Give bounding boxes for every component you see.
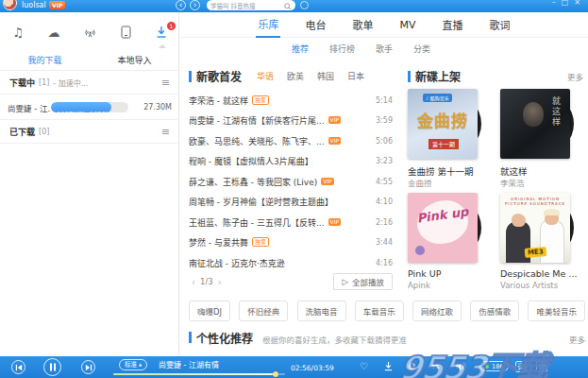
section-accent-bar [408,71,411,82]
tab-local-import[interactable]: 本地导入 [90,50,179,70]
album-card[interactable]: 就这样 就这样 李荣浩 [500,89,587,159]
cloud-icon[interactable]: ☁ [46,26,61,41]
page-next-icon[interactable]: › [215,277,225,287]
cover-art [415,246,425,255]
song-duration: 2:16 [376,218,393,227]
progress-handle[interactable] [273,371,278,377]
hamburger-icon[interactable]: ≡ [161,77,170,89]
albums-more-link[interactable]: 更多 [567,71,583,82]
radio-icon[interactable] [82,26,97,41]
song-row[interactable]: 尚雯婕 - 江湖有情【新侠客行片尾...VIP3:59 [189,111,393,129]
subtab-artists[interactable]: 歌手 [376,43,393,55]
song-title: 梦然 - 与爱共舞 [189,236,248,249]
album-artist[interactable]: 金曲捞 [408,177,495,188]
minimize-icon[interactable]: – [552,0,562,7]
forward-button[interactable]: › [190,0,200,10]
album-cover[interactable]: Pink up [408,193,478,263]
genre-chinese[interactable]: 华语 [257,70,274,82]
music-library-icon[interactable]: ♫ [10,26,25,41]
cover-art [523,102,544,127]
album-card[interactable]: ♪ 酷狗音乐 金曲捞 第十一期 金曲捞 第十一期 金曲捞 [408,89,495,159]
genre-korean[interactable]: 韩国 [317,70,334,82]
page-prev-icon[interactable]: ‹ [189,277,198,287]
album-cover[interactable]: ♪ 酷狗音乐 金曲捞 第十一期 [408,89,478,159]
new-albums-title: 新碟上架 [415,68,461,84]
tag-classics[interactable]: 怀旧经典 [239,301,288,321]
tag-internet-hits[interactable]: 网络红歌 [412,301,462,321]
genre-japanese[interactable]: 日本 [347,70,364,82]
search-input[interactable]: 学猫叫 抖音热搜 [207,0,295,10]
device-icon[interactable] [118,26,133,41]
download-item-row[interactable]: 尚雯婕 - 江... 1967K/S(+1056) 27.30M [0,95,179,120]
section-accent-bar [189,332,192,343]
download-manager-icon[interactable]: 1 [154,26,169,41]
nav-tab-music-library[interactable]: 乐库 [256,11,280,38]
song-row[interactable]: 薛之谦、王栎鑫 - 等我回家 (Live)VIP4:55 [189,172,393,191]
tag-row: 嗨爆DJ 怀旧经典 洗脑电音 车载音乐 网络红歌 伤感情歌 唯美轻音乐 [189,301,585,321]
song-title: 尚雯婕 - 江湖有情【新侠客行片尾... [189,114,325,127]
avatar[interactable] [3,0,17,10]
play-all-button[interactable]: ▷全部播放 [333,273,393,290]
back-button[interactable]: ‹ [176,0,186,10]
album-artist[interactable]: Apink [408,281,495,290]
download-song-icon[interactable] [383,361,394,371]
song-title: 南征北战 - 迈克尔·杰克逊 [189,257,285,269]
quality-selector[interactable]: 标准 ▲ [119,359,147,370]
vip-badge: VIP [328,137,342,145]
album-name[interactable]: Pink UP [408,268,495,279]
cover-title-text: 就这样 [550,96,563,128]
album-artist[interactable]: 李荣浩 [500,177,587,188]
cover-art [512,214,526,227]
downloading-status: - 加速中... [53,77,88,88]
hamburger-icon[interactable]: ≡ [161,126,170,138]
nav-tab-playlists[interactable]: 歌单 [350,12,375,37]
nav-tab-lyrics[interactable]: 歌词 [488,12,512,37]
song-row[interactable]: 周笔畅 - 岁月神偷【逆时营救主题曲】4:10 [189,192,393,211]
subtab-charts[interactable]: 排行榜 [329,43,355,55]
maximize-icon[interactable]: □ [562,0,575,7]
nav-tab-mv[interactable]: MV [397,14,417,36]
song-row[interactable]: 南征北战 - 迈克尔·杰克逊4:16 [189,253,393,272]
song-title: 薛之谦、王栎鑫 - 等我回家 (Live) [189,176,317,188]
album-cover[interactable]: ORIGINAL MOTION PICTURE SOUNDTRACK ME3 [500,193,570,263]
subtab-categories[interactable]: 分类 [413,43,430,55]
nav-tab-live[interactable]: 直播 [441,12,465,37]
download-speed: 1967K/S(+1056) [51,111,108,112]
next-button[interactable] [81,360,95,374]
album-name[interactable]: Despicable Me ... [500,268,587,279]
album-card[interactable]: Pink up Pink UP Apink [408,193,495,263]
downloaded-section-header[interactable]: 已下载 [0] ≡ [0,121,179,144]
vip-badge[interactable]: VIP [49,1,65,9]
song-row[interactable]: 欧豪、马思纯、关晓彤、陈飞宇、...VIP5:06 [189,131,393,150]
personalized-more-link[interactable]: 更多 [569,334,585,345]
tag-light-music[interactable]: 唯美轻音乐 [528,301,585,321]
downloading-section-header[interactable]: 下载中 [1] - 加速中... ≡ [0,72,179,94]
subtab-recommend[interactable]: 推荐 [292,43,309,55]
tag-car-music[interactable]: 车载音乐 [355,301,404,321]
album-name[interactable]: 金曲捞 第十一期 [408,164,495,178]
close-icon[interactable]: ✕ [574,0,586,7]
song-title: 李荣浩 - 就这样 [189,94,248,107]
pause-button[interactable] [43,358,61,376]
album-name[interactable]: 就这样 [500,164,587,178]
nav-tab-radio[interactable]: 电台 [303,12,328,37]
album-card[interactable]: ORIGINAL MOTION PICTURE SOUNDTRACK ME3 D… [500,193,587,263]
favorite-heart-icon[interactable]: ♡ [360,362,368,371]
song-row[interactable]: 程响 - 魔镜【虚拟情人3片尾曲】3:23 [189,151,393,170]
song-row[interactable]: 梦然 - 与爱共舞独家3:44 [189,232,393,251]
genre-western[interactable]: 欧美 [287,70,304,82]
song-row[interactable]: 李荣浩 - 就这样独家5:14 [189,91,393,110]
song-row[interactable]: 王祖蓝、陈子由 - 三五得几【反转...VIP2:16 [189,213,393,232]
song-duration: 4:10 [376,198,393,206]
album-cover[interactable]: 就这样 [500,89,570,159]
skin-icon[interactable] [300,1,309,9]
tag-dj[interactable]: 嗨爆DJ [189,301,230,321]
tag-sad-songs[interactable]: 伤感情歌 [470,301,519,321]
tag-edm[interactable]: 洗脑电音 [297,301,346,321]
site-watermark: 9553下载 [397,342,550,378]
progress-track[interactable] [113,373,285,375]
previous-button[interactable] [11,360,25,374]
album-artist[interactable]: Various Artists [500,281,587,290]
tab-my-downloads[interactable]: 我的下载 [0,50,90,70]
now-playing-title[interactable]: 尚雯婕 - 江湖有情 [159,359,219,369]
